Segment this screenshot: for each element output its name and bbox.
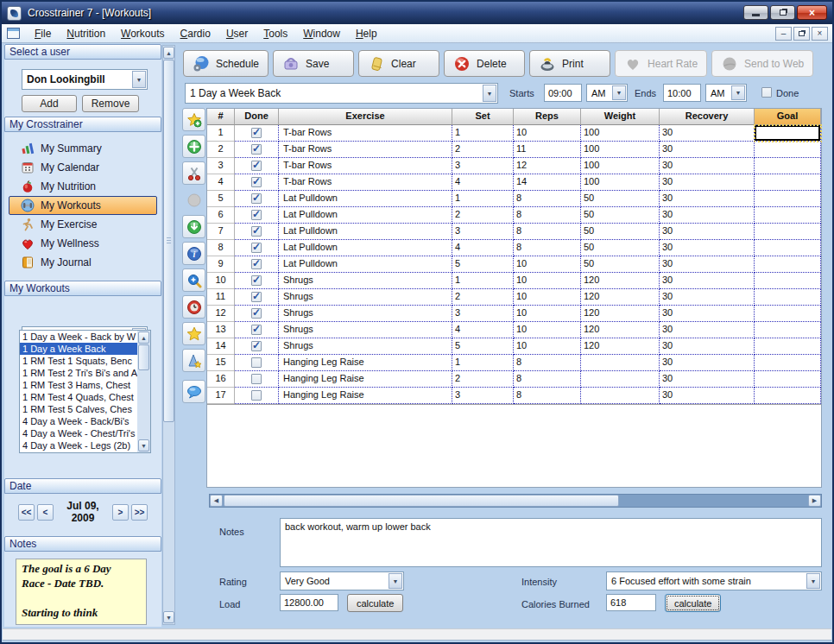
cell-weight[interactable] (581, 388, 660, 404)
cell-set[interactable]: 5 (452, 256, 514, 273)
chevron-down-icon[interactable]: ▼ (612, 85, 626, 100)
cell-exercise[interactable]: Shrugs (279, 273, 452, 289)
cell-set[interactable]: 3 (452, 306, 514, 322)
cell-recovery[interactable]: 30 (660, 125, 755, 142)
cell-reps[interactable]: 10 (514, 289, 581, 306)
column-header-reps[interactable]: Reps (514, 109, 581, 125)
menu-nutrition[interactable]: Nutrition (59, 26, 113, 41)
cell-goal[interactable] (755, 256, 821, 273)
ends-ampm-select[interactable]: AM ▼ (705, 84, 747, 102)
cell-recovery[interactable]: 30 (660, 306, 755, 322)
sidebar-item-my-summary[interactable]: My Summary (9, 139, 157, 158)
cell-recovery[interactable]: 30 (660, 388, 755, 404)
workout-list-item[interactable]: 1 Day a Week - Back by W (20, 331, 137, 343)
cell-recovery[interactable]: 30 (660, 240, 755, 256)
cell-reps[interactable]: 8 (514, 224, 581, 240)
menu-cardio[interactable]: Cardio (173, 26, 218, 41)
column-header-done[interactable]: Done (235, 109, 279, 125)
sidebar-scrollbar[interactable]: ▲ ▼ (162, 45, 175, 625)
toolbar-print-button[interactable]: Print (529, 50, 610, 77)
cell-num[interactable]: 16 (207, 371, 235, 388)
cell-weight[interactable]: 100 (581, 142, 660, 158)
done-checkbox[interactable] (251, 259, 262, 269)
comment-button[interactable] (182, 380, 205, 403)
cell-recovery[interactable]: 30 (660, 158, 755, 174)
cell-recovery[interactable]: 30 (660, 371, 755, 388)
notes-input[interactable]: back workout, warm up lower back (280, 518, 822, 567)
cell-exercise[interactable]: T-bar Rows (279, 142, 452, 158)
workout-list-item[interactable]: 1 RM Test 1 Squats, Benc (20, 355, 137, 367)
toolbar-schedule-button[interactable]: Schedule (183, 50, 269, 77)
workout-list-item[interactable]: 1 RM Test 2 Tri's Bi's and A (20, 367, 137, 379)
menu-help[interactable]: Help (348, 26, 385, 41)
cell-goal[interactable] (755, 142, 821, 158)
done-checkbox[interactable] (251, 325, 262, 335)
cell-set[interactable]: 1 (452, 191, 514, 207)
cell-recovery[interactable]: 30 (660, 256, 755, 273)
cell-weight[interactable] (581, 355, 660, 371)
cell-set[interactable]: 4 (452, 240, 514, 256)
cell-exercise[interactable]: Lat Pulldown (279, 207, 452, 224)
done-checkbox[interactable] (251, 128, 262, 138)
workout-list-item[interactable]: 1 RM Test 4 Quads, Chest (20, 391, 137, 403)
cell-recovery[interactable]: 30 (660, 224, 755, 240)
cell-goal[interactable] (755, 158, 821, 174)
zoom-find-button[interactable] (182, 268, 205, 292)
done-checkbox[interactable] (251, 374, 262, 384)
menu-file[interactable]: File (27, 26, 59, 41)
scroll-left-icon[interactable]: ◀ (210, 495, 223, 507)
cell-recovery[interactable]: 30 (660, 273, 755, 289)
cell-exercise[interactable]: Shrugs (279, 322, 452, 338)
cell-goal[interactable] (755, 306, 821, 322)
done-checkbox[interactable] (251, 177, 262, 187)
calories-calculate-button[interactable]: calculate (665, 594, 721, 612)
cell-recovery[interactable]: 30 (660, 322, 755, 338)
cell-recovery[interactable]: 30 (660, 289, 755, 306)
workout-list-item[interactable]: 1 RM Test 3 Hams, Chest (20, 379, 137, 391)
restore-button[interactable] (770, 5, 795, 20)
done-checkbox[interactable] (251, 390, 262, 401)
chevron-down-icon[interactable]: ▼ (132, 71, 146, 88)
cell-set[interactable]: 5 (452, 338, 514, 355)
cell-exercise[interactable]: Hanging Leg Raise (279, 371, 452, 388)
cell-goal[interactable] (755, 224, 821, 240)
cell-recovery[interactable]: 30 (660, 191, 755, 207)
cell-exercise[interactable]: Shrugs (279, 338, 452, 355)
cell-num[interactable]: 7 (207, 224, 235, 240)
cell-exercise[interactable]: T-bar Rows (279, 125, 452, 142)
cell-reps[interactable]: 10 (514, 273, 581, 289)
done-checkbox[interactable] (251, 226, 262, 237)
cell-goal[interactable] (755, 388, 821, 404)
cell-weight[interactable]: 100 (581, 174, 660, 191)
cell-goal[interactable] (755, 240, 821, 256)
cell-num[interactable]: 4 (207, 174, 235, 191)
cell-goal[interactable] (755, 338, 821, 355)
cell-set[interactable]: 3 (452, 388, 514, 404)
workout-list-item[interactable]: 1 RM Test 5 Calves, Ches (20, 403, 137, 415)
cell-goal[interactable] (755, 273, 821, 289)
sidebar-item-my-workouts[interactable]: My Workouts (9, 196, 157, 215)
cell-recovery[interactable]: 30 (660, 174, 755, 191)
cell-exercise[interactable]: T-bar Rows (279, 174, 452, 191)
cell-weight[interactable]: 50 (581, 224, 660, 240)
cell-goal[interactable] (755, 355, 821, 371)
cell-exercise[interactable]: Lat Pulldown (279, 240, 452, 256)
record-disabled-button[interactable] (182, 188, 205, 212)
cell-weight[interactable]: 120 (581, 306, 660, 322)
toolbar-delete-button[interactable]: Delete (444, 50, 525, 77)
user-select[interactable]: Don Lookingbill ▼ (22, 69, 148, 90)
cell-exercise[interactable]: Shrugs (279, 306, 452, 322)
done-checkbox[interactable] (251, 357, 262, 368)
cell-goal[interactable] (755, 125, 821, 142)
date-next-button[interactable]: > (112, 504, 129, 521)
cell-weight[interactable]: 50 (581, 256, 660, 273)
workout-list-item[interactable]: 4 Day a Week - Back/Bi's (20, 415, 137, 427)
workout-list-item[interactable]: 4 Day a Week - Legs (2b) (20, 439, 137, 451)
cell-recovery[interactable]: 30 (660, 207, 755, 224)
sidebar-item-my-wellness[interactable]: My Wellness (9, 234, 157, 253)
cell-num[interactable]: 1 (207, 125, 235, 142)
done-checkbox[interactable] (251, 275, 262, 286)
done-checkbox[interactable] (251, 341, 262, 351)
scroll-down-icon[interactable]: ▼ (163, 611, 174, 623)
cell-weight[interactable]: 50 (581, 240, 660, 256)
